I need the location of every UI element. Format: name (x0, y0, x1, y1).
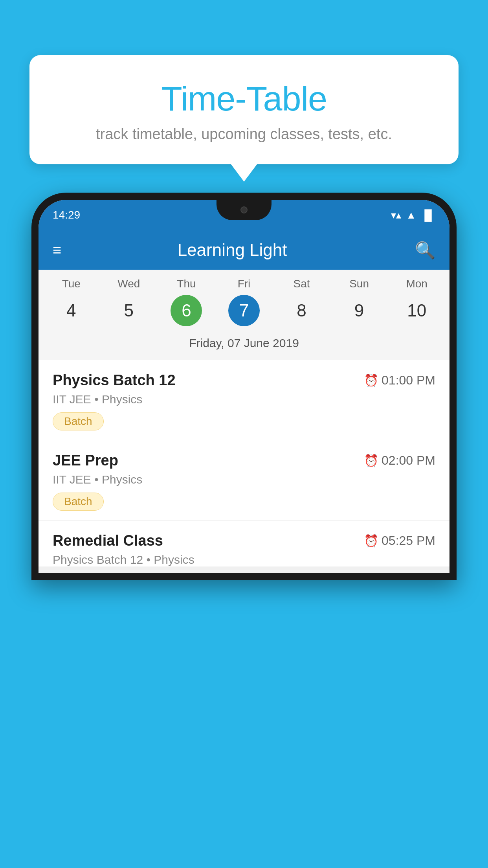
day-col-mon[interactable]: Mon10 (391, 278, 442, 326)
day-number[interactable]: 8 (286, 295, 317, 326)
schedule-title: JEE Prep (53, 452, 118, 469)
camera-dot (240, 206, 248, 213)
day-name: Sun (349, 278, 369, 290)
clock-icon: ⏰ (364, 373, 378, 387)
day-number[interactable]: 4 (55, 295, 87, 326)
notch (216, 200, 272, 220)
day-name: Fri (238, 278, 251, 290)
day-col-fri[interactable]: Fri7 (218, 278, 270, 326)
time-text: 05:25 PM (382, 533, 435, 548)
days-row: Tue4Wed5Thu6Fri7Sat8Sun9Mon10 (39, 278, 449, 326)
clock-icon: ⏰ (364, 454, 378, 467)
day-name: Mon (406, 278, 427, 290)
status-icons: ▾▴ ▲ ▐▌ (391, 209, 435, 221)
schedule-item-header: JEE Prep⏰02:00 PM (53, 452, 435, 469)
schedule-subtitle: IIT JEE • Physics (53, 473, 435, 486)
app-bar: ≡ Learning Light 🔍 (39, 230, 449, 270)
tooltip-title: Time-Table (49, 79, 439, 119)
status-bar: 14:29 ▾▴ ▲ ▐▌ (39, 200, 449, 230)
batch-badge: Batch (53, 493, 104, 511)
day-name: Tue (62, 278, 81, 290)
time-text: 01:00 PM (382, 373, 435, 388)
tooltip-subtitle: track timetable, upcoming classes, tests… (49, 126, 439, 143)
day-col-tue[interactable]: Tue4 (46, 278, 97, 326)
search-icon[interactable]: 🔍 (415, 241, 435, 260)
day-col-wed[interactable]: Wed5 (103, 278, 154, 326)
tooltip-card: Time-Table track timetable, upcoming cla… (29, 55, 459, 164)
day-number[interactable]: 6 (171, 295, 202, 326)
phone-screen: 14:29 ▾▴ ▲ ▐▌ ≡ Learning Light 🔍 (39, 200, 449, 573)
schedule-title: Remedial Class (53, 532, 163, 549)
schedule-subtitle: Physics Batch 12 • Physics (53, 553, 435, 566)
schedule-item-header: Remedial Class⏰05:25 PM (53, 532, 435, 549)
selected-date: Friday, 07 June 2019 (39, 332, 449, 356)
schedule-subtitle: IIT JEE • Physics (53, 393, 435, 406)
schedule-time: ⏰01:00 PM (364, 373, 435, 388)
app-title: Learning Light (73, 240, 391, 260)
schedule-item[interactable]: Remedial Class⏰05:25 PMPhysics Batch 12 … (39, 520, 449, 566)
phone-outer: 14:29 ▾▴ ▲ ▐▌ ≡ Learning Light 🔍 (31, 193, 457, 580)
schedule-item[interactable]: JEE Prep⏰02:00 PMIIT JEE • PhysicsBatch (39, 440, 449, 520)
calendar-strip: Tue4Wed5Thu6Fri7Sat8Sun9Mon10 Friday, 07… (39, 270, 449, 360)
batch-badge: Batch (53, 412, 104, 430)
day-number[interactable]: 5 (113, 295, 145, 326)
day-number[interactable]: 10 (401, 295, 433, 326)
time-text: 02:00 PM (382, 453, 435, 468)
day-col-thu[interactable]: Thu6 (161, 278, 212, 326)
schedule-item-header: Physics Batch 12⏰01:00 PM (53, 372, 435, 389)
schedule-item[interactable]: Physics Batch 12⏰01:00 PMIIT JEE • Physi… (39, 360, 449, 440)
battery-icon: ▐▌ (421, 209, 435, 221)
schedule-title: Physics Batch 12 (53, 372, 176, 389)
day-name: Wed (117, 278, 140, 290)
day-col-sat[interactable]: Sat8 (276, 278, 327, 326)
schedule-time: ⏰02:00 PM (364, 453, 435, 468)
day-name: Sat (294, 278, 310, 290)
clock-icon: ⏰ (364, 534, 378, 548)
hamburger-icon[interactable]: ≡ (53, 242, 61, 259)
schedule-list: Physics Batch 12⏰01:00 PMIIT JEE • Physi… (39, 360, 449, 566)
phone-container: 14:29 ▾▴ ▲ ▐▌ ≡ Learning Light 🔍 (31, 193, 457, 868)
day-number[interactable]: 9 (343, 295, 375, 326)
day-name: Thu (177, 278, 196, 290)
day-col-sun[interactable]: Sun9 (334, 278, 385, 326)
wifi-icon: ▾▴ (391, 209, 401, 221)
status-time: 14:29 (53, 209, 80, 221)
signal-icon: ▲ (406, 209, 416, 221)
schedule-time: ⏰05:25 PM (364, 533, 435, 548)
day-number[interactable]: 7 (228, 295, 260, 326)
